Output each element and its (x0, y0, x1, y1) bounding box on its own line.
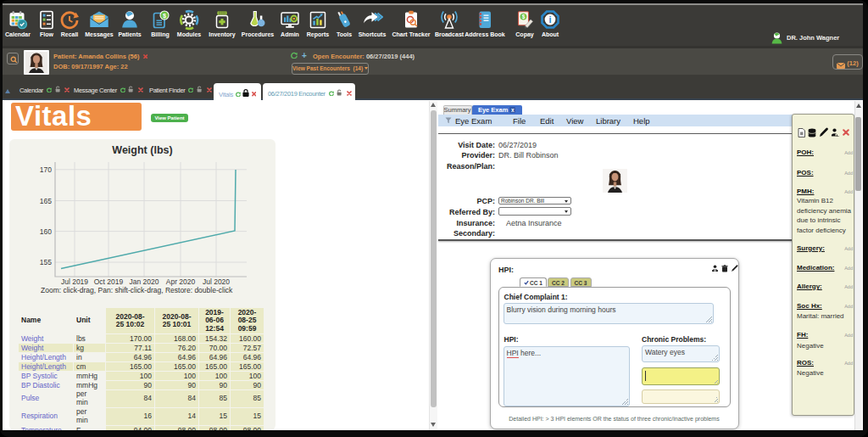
svg-text:Jul 2019: Jul 2019 (61, 277, 88, 286)
svg-text:Jul 2020: Jul 2020 (203, 277, 230, 286)
svg-text:160: 160 (40, 227, 52, 236)
svg-text:Apr 2020: Apr 2020 (166, 277, 196, 286)
svg-text:Oct 2019: Oct 2019 (94, 277, 124, 286)
svg-text:i: i (548, 14, 551, 25)
svg-text:Jan 2020: Jan 2020 (130, 277, 159, 286)
svg-text:165: 165 (40, 197, 52, 205)
svg-text:170: 170 (40, 165, 52, 174)
svg-text:155: 155 (40, 258, 52, 266)
